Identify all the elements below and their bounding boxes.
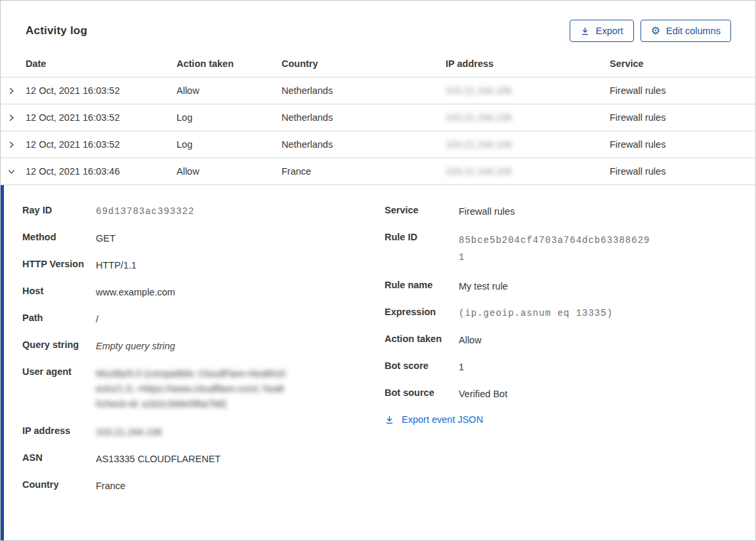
cell-ip: 103.21.244.106 (446, 139, 610, 150)
chevron-down-icon[interactable] (1, 167, 26, 176)
export-event-json-label: Export event JSON (402, 414, 483, 425)
cell-service: Firewall rules (610, 166, 755, 177)
download-icon (580, 26, 590, 36)
redacted-ip: 103.21.244.106 (446, 112, 512, 123)
field-label: Rule ID (385, 232, 459, 242)
detail-field-expression: Expression (ip.geoip.asnum eq 13335) (385, 307, 755, 320)
field-label: Host (22, 286, 96, 296)
field-value: France (96, 479, 125, 492)
field-value: HTTP/1.1 (96, 259, 136, 272)
field-value: / (96, 313, 98, 326)
field-value: Empty query string (96, 339, 175, 353)
column-header-country: Country (282, 58, 446, 69)
detail-field-host: Host www.example.com (22, 286, 385, 299)
field-label: Path (22, 313, 96, 323)
field-value: 69d13783ac393322 (96, 205, 194, 218)
field-value: AS13335 CLOUDFLARENET (96, 452, 220, 465)
detail-field-rule-id: Rule ID 85bce5b204cf4703a764dcb633886291 (385, 232, 755, 266)
cell-action: Allow (177, 85, 282, 96)
detail-field-rule-name: Rule name My test rule (385, 280, 755, 293)
detail-right-column: Service Firewall rules Rule ID 85bce5b20… (385, 205, 755, 425)
field-value: www.example.com (96, 286, 175, 299)
export-button-label: Export (596, 26, 623, 36)
field-label: Country (22, 479, 96, 490)
export-button[interactable]: Export (570, 20, 634, 42)
chevron-right-icon[interactable] (1, 87, 26, 95)
cell-date: 12 Oct, 2021 16:03:52 (26, 112, 177, 123)
page-title: Activity log (26, 24, 87, 37)
field-value: My test rule (459, 280, 508, 293)
field-label: Service (385, 205, 459, 215)
field-value: 1 (459, 360, 464, 374)
download-icon (385, 415, 394, 425)
redacted-ip: 103.21.244.106 (446, 166, 512, 177)
field-label: HTTP Version (22, 259, 96, 269)
field-label: User agent (22, 366, 96, 377)
gear-icon: ⚙ (651, 26, 660, 36)
cell-service: Firewall rules (610, 85, 755, 96)
cell-country: France (282, 166, 446, 177)
column-header-ip: IP address (446, 58, 610, 69)
edit-columns-button[interactable]: ⚙ Edit columns (640, 20, 731, 42)
detail-field-action-taken: Action taken Allow (385, 334, 755, 347)
field-label: Bot score (385, 360, 459, 371)
field-value: 85bce5b204cf4703a764dcb633886291 (459, 232, 656, 266)
chevron-right-icon[interactable] (1, 114, 26, 122)
column-header-date: Date (26, 58, 177, 69)
table-header-row: Date Action taken Country IP address Ser… (1, 58, 755, 77)
detail-field-path: Path / (22, 313, 385, 326)
redacted-ip: 103.21.244.106 (446, 85, 512, 96)
field-label: Expression (385, 307, 459, 317)
detail-left-column: Ray ID 69d13783ac393322 Method GET HTTP … (22, 205, 385, 506)
detail-field-http-version: HTTP Version HTTP/1.1 (22, 259, 385, 272)
edit-columns-button-label: Edit columns (666, 26, 721, 36)
chevron-right-icon[interactable] (1, 141, 26, 149)
detail-field-bot-source: Bot source Verified Bot (385, 387, 755, 400)
field-value: Firewall rules (459, 205, 514, 218)
field-label: ASN (22, 452, 96, 463)
cell-service: Firewall rules (610, 139, 755, 150)
event-detail-panel: Ray ID 69d13783ac393322 Method GET HTTP … (1, 185, 755, 540)
field-value: (ip.geoip.asnum eq 13335) (459, 307, 613, 320)
column-header-service: Service (610, 58, 755, 69)
table-row[interactable]: 12 Oct, 2021 16:03:52 Log Netherlands 10… (1, 131, 755, 158)
field-label: Action taken (385, 334, 459, 344)
redacted-ip: 103.21.244.106 (446, 139, 512, 150)
field-label: Ray ID (22, 205, 96, 215)
field-label: Rule name (385, 280, 459, 290)
table-row-expanded[interactable]: 12 Oct, 2021 16:03:46 Allow France 103.2… (1, 158, 755, 185)
cell-ip: 103.21.244.106 (446, 166, 610, 177)
field-label: IP address (22, 425, 96, 436)
cell-country: Netherlands (282, 85, 446, 96)
export-event-json-link[interactable]: Export event JSON (385, 414, 755, 425)
cell-ip: 103.21.244.106 (446, 112, 610, 123)
detail-field-ray-id: Ray ID 69d13783ac393322 (22, 205, 385, 218)
table-row[interactable]: 12 Oct, 2021 16:03:52 Allow Netherlands … (1, 77, 755, 104)
table-row[interactable]: 12 Oct, 2021 16:03:52 Log Netherlands 10… (1, 104, 755, 131)
header-bar: Activity log Export ⚙ Edit columns (1, 1, 755, 44)
detail-field-user-agent: User agent Mozilla/5.0 (compatible; Clou… (22, 366, 385, 412)
cell-action: Allow (177, 166, 282, 177)
toolbar: Export ⚙ Edit columns (570, 20, 731, 42)
cell-date: 12 Oct, 2021 16:03:46 (26, 166, 177, 177)
detail-field-method: Method GET (22, 232, 385, 245)
activity-log-panel: Activity log Export ⚙ Edit columns Date … (0, 0, 756, 541)
field-label: Method (22, 232, 96, 242)
cell-country: Netherlands (282, 139, 446, 150)
cell-ip: 103.21.244.106 (446, 85, 610, 96)
cell-date: 12 Oct, 2021 16:03:52 (26, 85, 177, 96)
detail-field-query-string: Query string Empty query string (22, 339, 385, 353)
cell-country: Netherlands (282, 112, 446, 123)
detail-field-service: Service Firewall rules (385, 205, 755, 218)
redacted-user-agent: Mozilla/5.0 (compatible; CloudFlare-Heal… (96, 366, 286, 412)
detail-field-country: Country France (22, 479, 385, 492)
redacted-ip: 103.21.244.106 (96, 425, 162, 439)
field-value: Verified Bot (459, 387, 507, 400)
detail-field-bot-score: Bot score 1 (385, 360, 755, 374)
field-value: Allow (459, 334, 482, 347)
field-label: Query string (22, 339, 96, 350)
cell-action: Log (177, 112, 282, 123)
cell-date: 12 Oct, 2021 16:03:52 (26, 139, 177, 150)
detail-field-asn: ASN AS13335 CLOUDFLARENET (22, 452, 385, 465)
detail-field-ip-address: IP address 103.21.244.106 (22, 425, 385, 439)
